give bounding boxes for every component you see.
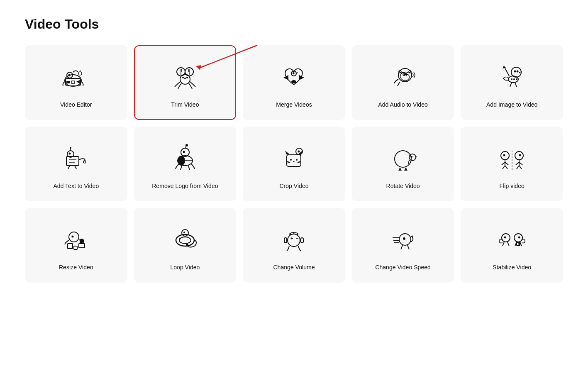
tool-card-resize-video[interactable]: Resize Video (25, 208, 127, 283)
svg-point-23 (293, 73, 294, 74)
svg-point-85 (72, 236, 74, 238)
tool-card-add-image-to-video[interactable]: Add Image to Video (461, 45, 563, 120)
svg-point-66 (395, 151, 411, 167)
change-volume-icon: + − (275, 220, 312, 258)
svg-line-49 (75, 166, 76, 169)
tool-card-trim-video[interactable]: Trim Video (134, 45, 237, 120)
svg-text:−: − (296, 236, 298, 241)
svg-line-65 (298, 162, 301, 163)
tools-grid-inner: Video Editor (25, 45, 563, 283)
svg-line-81 (517, 166, 519, 169)
tool-label-change-volume: Change Volume (273, 264, 315, 272)
tool-card-flip-video[interactable]: Flip video (461, 127, 563, 201)
tool-label-trim-video: Trim Video (171, 101, 199, 109)
page-title: Video Tools (25, 17, 563, 32)
svg-line-73 (505, 162, 508, 165)
svg-rect-6 (66, 81, 70, 83)
svg-point-60 (290, 159, 292, 161)
tool-card-loop-video[interactable]: Loop Video (134, 208, 237, 283)
rotate-video-icon (384, 139, 422, 176)
svg-point-35 (513, 78, 515, 80)
svg-point-114 (518, 237, 520, 239)
svg-point-61 (296, 159, 298, 161)
svg-point-54 (183, 151, 185, 153)
svg-point-20 (182, 77, 184, 78)
svg-point-93 (183, 232, 185, 233)
tool-card-change-volume[interactable]: + − Change Volume (243, 208, 345, 283)
svg-rect-88 (79, 244, 85, 248)
svg-rect-87 (74, 246, 77, 249)
svg-point-101 (297, 233, 298, 235)
svg-rect-89 (80, 239, 84, 243)
tool-card-crop-video[interactable]: Crop Video (243, 127, 345, 201)
svg-point-31 (514, 71, 516, 73)
stabilize-video-icon (493, 220, 531, 258)
tool-label-add-audio-to-video: Add Audio to Video (378, 101, 428, 109)
tool-label-add-image-to-video: Add Image to Video (486, 101, 537, 109)
svg-point-68 (411, 156, 412, 158)
tool-label-merge-videos: Merge Videos (276, 101, 312, 109)
tool-label-video-editor: Video Editor (60, 101, 92, 109)
tool-card-video-editor[interactable]: Video Editor (25, 45, 127, 120)
video-editor-icon (57, 58, 95, 95)
svg-rect-7 (71, 81, 75, 83)
tool-card-change-video-speed[interactable]: Change Video Speed (352, 208, 454, 283)
tool-card-rotate-video[interactable]: Rotate Video (352, 127, 454, 201)
svg-point-46 (70, 147, 71, 149)
svg-point-95 (186, 244, 188, 246)
tool-card-stabilize-video[interactable]: Stabilize Video (461, 208, 563, 283)
tool-label-loop-video: Loop Video (170, 264, 200, 272)
svg-point-59 (298, 151, 300, 153)
svg-point-91 (179, 237, 191, 244)
svg-point-92 (182, 229, 188, 236)
svg-point-29 (404, 74, 405, 75)
svg-line-75 (505, 166, 507, 169)
svg-rect-102 (284, 238, 287, 243)
svg-rect-86 (68, 244, 73, 249)
svg-line-80 (519, 162, 522, 165)
svg-line-74 (503, 166, 505, 169)
svg-line-48 (68, 166, 70, 169)
svg-point-34 (511, 78, 512, 80)
tools-grid: Video Editor (25, 45, 563, 283)
svg-point-36 (516, 78, 517, 80)
svg-point-105 (403, 237, 405, 240)
tool-card-add-text-to-video[interactable]: Add Text to Video (25, 127, 127, 201)
svg-point-100 (293, 232, 295, 234)
svg-point-70 (503, 154, 505, 156)
resize-video-icon (57, 220, 95, 258)
svg-point-32 (516, 71, 518, 73)
add-image-icon (493, 58, 531, 95)
svg-line-110 (407, 245, 409, 249)
svg-point-67 (409, 154, 416, 161)
trim-video-icon (166, 58, 204, 95)
svg-point-5 (68, 74, 71, 76)
tool-card-remove-logo-from-video[interactable]: Remove Logo from Video (134, 127, 237, 201)
tool-label-resize-video: Resize Video (59, 264, 93, 272)
flip-video-icon (493, 139, 531, 176)
tool-label-stabilize-video: Stabilize Video (493, 264, 531, 272)
svg-point-94 (179, 238, 181, 239)
tool-card-merge-videos[interactable]: Merge Videos (243, 45, 345, 120)
svg-line-63 (287, 162, 290, 163)
svg-line-117 (507, 242, 509, 246)
svg-point-84 (69, 232, 79, 242)
svg-line-82 (519, 166, 522, 169)
svg-line-109 (401, 245, 403, 249)
svg-line-116 (503, 242, 504, 246)
tool-card-add-audio-to-video[interactable]: Add Audio to Video (352, 45, 454, 120)
svg-rect-103 (301, 238, 303, 243)
svg-line-72 (502, 162, 505, 165)
crop-video-icon (275, 139, 312, 176)
svg-rect-57 (287, 155, 301, 166)
tool-label-remove-logo-from-video: Remove Logo from Video (152, 182, 218, 190)
add-audio-icon (384, 58, 422, 95)
loop-video-icon (166, 220, 204, 258)
svg-point-99 (289, 233, 291, 235)
svg-point-19 (184, 78, 186, 79)
tool-label-add-text-to-video: Add Text to Video (53, 182, 99, 190)
svg-text:+: + (290, 236, 293, 241)
merge-videos-icon (275, 58, 312, 95)
tool-label-rotate-video: Rotate Video (386, 182, 420, 190)
svg-rect-40 (66, 156, 79, 166)
